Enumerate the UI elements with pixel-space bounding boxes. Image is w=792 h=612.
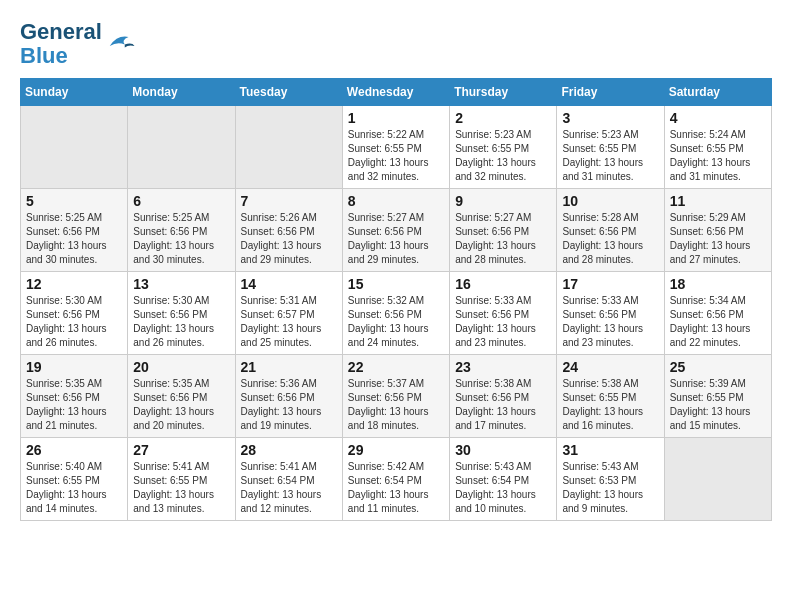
day-number: 3 (562, 110, 658, 126)
day-header-sunday: Sunday (21, 79, 128, 106)
day-number: 29 (348, 442, 444, 458)
day-info: Sunrise: 5:26 AM Sunset: 6:56 PM Dayligh… (241, 211, 337, 267)
day-info: Sunrise: 5:22 AM Sunset: 6:55 PM Dayligh… (348, 128, 444, 184)
day-header-friday: Friday (557, 79, 664, 106)
calendar-cell: 14Sunrise: 5:31 AM Sunset: 6:57 PM Dayli… (235, 272, 342, 355)
day-number: 19 (26, 359, 122, 375)
calendar-cell: 10Sunrise: 5:28 AM Sunset: 6:56 PM Dayli… (557, 189, 664, 272)
day-header-thursday: Thursday (450, 79, 557, 106)
day-info: Sunrise: 5:23 AM Sunset: 6:55 PM Dayligh… (455, 128, 551, 184)
day-number: 30 (455, 442, 551, 458)
calendar-cell: 4Sunrise: 5:24 AM Sunset: 6:55 PM Daylig… (664, 106, 771, 189)
calendar-week-row: 26Sunrise: 5:40 AM Sunset: 6:55 PM Dayli… (21, 438, 772, 521)
day-number: 31 (562, 442, 658, 458)
calendar-cell: 3Sunrise: 5:23 AM Sunset: 6:55 PM Daylig… (557, 106, 664, 189)
calendar-cell: 16Sunrise: 5:33 AM Sunset: 6:56 PM Dayli… (450, 272, 557, 355)
day-info: Sunrise: 5:33 AM Sunset: 6:56 PM Dayligh… (562, 294, 658, 350)
page-header: GeneralBlue (20, 20, 772, 68)
day-info: Sunrise: 5:43 AM Sunset: 6:53 PM Dayligh… (562, 460, 658, 516)
calendar-header-row: SundayMondayTuesdayWednesdayThursdayFrid… (21, 79, 772, 106)
day-number: 26 (26, 442, 122, 458)
day-number: 18 (670, 276, 766, 292)
day-info: Sunrise: 5:36 AM Sunset: 6:56 PM Dayligh… (241, 377, 337, 433)
day-number: 21 (241, 359, 337, 375)
calendar-cell: 23Sunrise: 5:38 AM Sunset: 6:56 PM Dayli… (450, 355, 557, 438)
calendar-cell: 28Sunrise: 5:41 AM Sunset: 6:54 PM Dayli… (235, 438, 342, 521)
calendar-cell: 1Sunrise: 5:22 AM Sunset: 6:55 PM Daylig… (342, 106, 449, 189)
day-info: Sunrise: 5:30 AM Sunset: 6:56 PM Dayligh… (26, 294, 122, 350)
day-number: 11 (670, 193, 766, 209)
day-number: 4 (670, 110, 766, 126)
calendar-cell: 26Sunrise: 5:40 AM Sunset: 6:55 PM Dayli… (21, 438, 128, 521)
day-number: 9 (455, 193, 551, 209)
calendar-cell: 5Sunrise: 5:25 AM Sunset: 6:56 PM Daylig… (21, 189, 128, 272)
day-info: Sunrise: 5:28 AM Sunset: 6:56 PM Dayligh… (562, 211, 658, 267)
calendar-cell (664, 438, 771, 521)
day-number: 22 (348, 359, 444, 375)
day-number: 14 (241, 276, 337, 292)
calendar-cell: 2Sunrise: 5:23 AM Sunset: 6:55 PM Daylig… (450, 106, 557, 189)
calendar-cell (21, 106, 128, 189)
day-info: Sunrise: 5:24 AM Sunset: 6:55 PM Dayligh… (670, 128, 766, 184)
day-number: 13 (133, 276, 229, 292)
day-info: Sunrise: 5:25 AM Sunset: 6:56 PM Dayligh… (133, 211, 229, 267)
day-info: Sunrise: 5:29 AM Sunset: 6:56 PM Dayligh… (670, 211, 766, 267)
day-header-saturday: Saturday (664, 79, 771, 106)
calendar-table: SundayMondayTuesdayWednesdayThursdayFrid… (20, 78, 772, 521)
calendar-cell: 13Sunrise: 5:30 AM Sunset: 6:56 PM Dayli… (128, 272, 235, 355)
calendar-cell: 19Sunrise: 5:35 AM Sunset: 6:56 PM Dayli… (21, 355, 128, 438)
day-info: Sunrise: 5:27 AM Sunset: 6:56 PM Dayligh… (348, 211, 444, 267)
calendar-cell: 25Sunrise: 5:39 AM Sunset: 6:55 PM Dayli… (664, 355, 771, 438)
day-info: Sunrise: 5:25 AM Sunset: 6:56 PM Dayligh… (26, 211, 122, 267)
day-number: 27 (133, 442, 229, 458)
day-number: 7 (241, 193, 337, 209)
day-number: 1 (348, 110, 444, 126)
day-header-tuesday: Tuesday (235, 79, 342, 106)
logo: GeneralBlue (20, 20, 136, 68)
calendar-cell (235, 106, 342, 189)
calendar-cell: 9Sunrise: 5:27 AM Sunset: 6:56 PM Daylig… (450, 189, 557, 272)
day-info: Sunrise: 5:30 AM Sunset: 6:56 PM Dayligh… (133, 294, 229, 350)
day-info: Sunrise: 5:38 AM Sunset: 6:56 PM Dayligh… (455, 377, 551, 433)
day-info: Sunrise: 5:33 AM Sunset: 6:56 PM Dayligh… (455, 294, 551, 350)
day-number: 28 (241, 442, 337, 458)
logo-bird-icon (106, 30, 136, 58)
day-info: Sunrise: 5:39 AM Sunset: 6:55 PM Dayligh… (670, 377, 766, 433)
day-info: Sunrise: 5:37 AM Sunset: 6:56 PM Dayligh… (348, 377, 444, 433)
day-info: Sunrise: 5:40 AM Sunset: 6:55 PM Dayligh… (26, 460, 122, 516)
calendar-cell: 12Sunrise: 5:30 AM Sunset: 6:56 PM Dayli… (21, 272, 128, 355)
day-number: 12 (26, 276, 122, 292)
calendar-cell: 22Sunrise: 5:37 AM Sunset: 6:56 PM Dayli… (342, 355, 449, 438)
calendar-cell: 15Sunrise: 5:32 AM Sunset: 6:56 PM Dayli… (342, 272, 449, 355)
day-number: 16 (455, 276, 551, 292)
day-number: 25 (670, 359, 766, 375)
calendar-week-row: 5Sunrise: 5:25 AM Sunset: 6:56 PM Daylig… (21, 189, 772, 272)
day-number: 20 (133, 359, 229, 375)
calendar-week-row: 19Sunrise: 5:35 AM Sunset: 6:56 PM Dayli… (21, 355, 772, 438)
calendar-cell: 7Sunrise: 5:26 AM Sunset: 6:56 PM Daylig… (235, 189, 342, 272)
calendar-cell: 29Sunrise: 5:42 AM Sunset: 6:54 PM Dayli… (342, 438, 449, 521)
day-info: Sunrise: 5:43 AM Sunset: 6:54 PM Dayligh… (455, 460, 551, 516)
logo-text: GeneralBlue (20, 20, 102, 68)
day-number: 23 (455, 359, 551, 375)
calendar-cell: 11Sunrise: 5:29 AM Sunset: 6:56 PM Dayli… (664, 189, 771, 272)
day-info: Sunrise: 5:35 AM Sunset: 6:56 PM Dayligh… (26, 377, 122, 433)
day-number: 6 (133, 193, 229, 209)
day-info: Sunrise: 5:23 AM Sunset: 6:55 PM Dayligh… (562, 128, 658, 184)
calendar-cell: 20Sunrise: 5:35 AM Sunset: 6:56 PM Dayli… (128, 355, 235, 438)
calendar-cell: 31Sunrise: 5:43 AM Sunset: 6:53 PM Dayli… (557, 438, 664, 521)
day-info: Sunrise: 5:31 AM Sunset: 6:57 PM Dayligh… (241, 294, 337, 350)
day-info: Sunrise: 5:42 AM Sunset: 6:54 PM Dayligh… (348, 460, 444, 516)
day-header-monday: Monday (128, 79, 235, 106)
calendar-cell: 30Sunrise: 5:43 AM Sunset: 6:54 PM Dayli… (450, 438, 557, 521)
calendar-week-row: 12Sunrise: 5:30 AM Sunset: 6:56 PM Dayli… (21, 272, 772, 355)
day-info: Sunrise: 5:32 AM Sunset: 6:56 PM Dayligh… (348, 294, 444, 350)
day-number: 5 (26, 193, 122, 209)
calendar-cell: 8Sunrise: 5:27 AM Sunset: 6:56 PM Daylig… (342, 189, 449, 272)
calendar-cell: 24Sunrise: 5:38 AM Sunset: 6:55 PM Dayli… (557, 355, 664, 438)
calendar-cell: 18Sunrise: 5:34 AM Sunset: 6:56 PM Dayli… (664, 272, 771, 355)
day-info: Sunrise: 5:27 AM Sunset: 6:56 PM Dayligh… (455, 211, 551, 267)
day-info: Sunrise: 5:34 AM Sunset: 6:56 PM Dayligh… (670, 294, 766, 350)
calendar-cell: 21Sunrise: 5:36 AM Sunset: 6:56 PM Dayli… (235, 355, 342, 438)
calendar-cell: 6Sunrise: 5:25 AM Sunset: 6:56 PM Daylig… (128, 189, 235, 272)
